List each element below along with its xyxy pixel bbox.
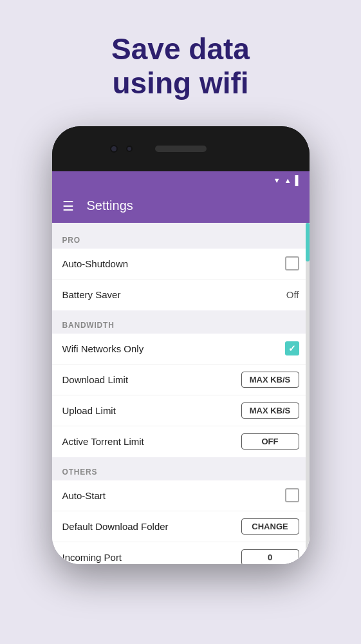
wifi-only-checkbox[interactable]: ✓	[285, 341, 299, 355]
download-limit-label: Download Limit	[62, 374, 129, 385]
others-settings-card: Auto-Start Default Download Folder CHANG…	[52, 480, 310, 564]
download-folder-button[interactable]: CHANGE	[241, 518, 299, 535]
phone-mockup: ☰ Settings PRO Auto-Shutdown	[52, 126, 310, 564]
section-pro: PRO Auto-Shutdown Battery Saver Off	[52, 228, 310, 310]
battery-saver-value: Off	[286, 289, 299, 300]
setting-row-incoming-port[interactable]: Incoming Port 0	[52, 542, 310, 564]
auto-start-label: Auto-Start	[62, 490, 106, 501]
pro-settings-card: Auto-Shutdown Battery Saver Off	[52, 249, 310, 310]
setting-row-wifi-only[interactable]: Wifi Networks Only ✓	[52, 334, 310, 365]
scrollbar-thumb[interactable]	[306, 223, 310, 261]
setting-row-upload-limit[interactable]: Upload Limit MAX KB/S	[52, 395, 310, 426]
scrollbar-track	[306, 223, 310, 564]
hero-title-line2: using wifi	[112, 66, 248, 100]
phone-speaker	[155, 146, 207, 152]
auto-start-checkbox[interactable]	[285, 488, 299, 502]
setting-row-auto-shutdown[interactable]: Auto-Shutdown	[52, 249, 310, 279]
section-header-bandwidth: BANDWIDTH	[52, 313, 310, 334]
app-bar-title: Settings	[87, 198, 133, 213]
section-bandwidth: BANDWIDTH Wifi Networks Only ✓ Download …	[52, 313, 310, 457]
setting-row-download-limit[interactable]: Download Limit MAX KB/S	[52, 365, 310, 395]
torrent-limit-label: Active Torrent Limit	[62, 436, 144, 447]
hero-title: Save data using wifi	[111, 32, 250, 100]
auto-shutdown-label: Auto-Shutdown	[62, 258, 129, 269]
setting-row-torrent-limit[interactable]: Active Torrent Limit OFF	[52, 426, 310, 457]
setting-row-auto-start[interactable]: Auto-Start	[52, 480, 310, 511]
incoming-port-button[interactable]: 0	[241, 549, 299, 564]
download-folder-label: Default Download Folder	[62, 521, 169, 532]
phone-top-bar	[52, 126, 310, 171]
section-others: OTHERS Auto-Start Default Download Folde…	[52, 460, 310, 564]
status-bar	[52, 171, 310, 189]
torrent-limit-button[interactable]: OFF	[241, 433, 299, 450]
signal-icon	[284, 175, 292, 185]
section-header-others: OTHERS	[52, 460, 310, 480]
battery-saver-label: Battery Saver	[62, 289, 121, 300]
upload-limit-button[interactable]: MAX KB/S	[241, 402, 299, 419]
phone-camera-left	[110, 145, 118, 153]
setting-row-download-folder[interactable]: Default Download Folder CHANGE	[52, 511, 310, 542]
setting-row-battery-saver[interactable]: Battery Saver Off	[52, 279, 310, 310]
app-bar: ☰ Settings	[52, 189, 310, 223]
bandwidth-settings-card: Wifi Networks Only ✓ Download Limit MAX …	[52, 334, 310, 457]
incoming-port-label: Incoming Port	[62, 552, 122, 563]
hero-title-line1: Save data	[111, 32, 250, 66]
phone-screen: ☰ Settings PRO Auto-Shutdown	[52, 171, 310, 564]
upload-limit-label: Upload Limit	[62, 405, 116, 416]
settings-content: PRO Auto-Shutdown Battery Saver Off	[52, 223, 310, 564]
hamburger-menu-icon[interactable]: ☰	[62, 198, 74, 214]
wifi-only-label: Wifi Networks Only	[62, 343, 144, 354]
section-header-pro: PRO	[52, 228, 310, 249]
battery-icon	[295, 175, 302, 185]
download-limit-button[interactable]: MAX KB/S	[241, 372, 299, 388]
settings-scroll-area[interactable]: PRO Auto-Shutdown Battery Saver Off	[52, 223, 310, 564]
phone-camera-right	[126, 146, 133, 152]
auto-shutdown-checkbox[interactable]	[285, 256, 299, 270]
wifi-icon	[273, 175, 281, 185]
